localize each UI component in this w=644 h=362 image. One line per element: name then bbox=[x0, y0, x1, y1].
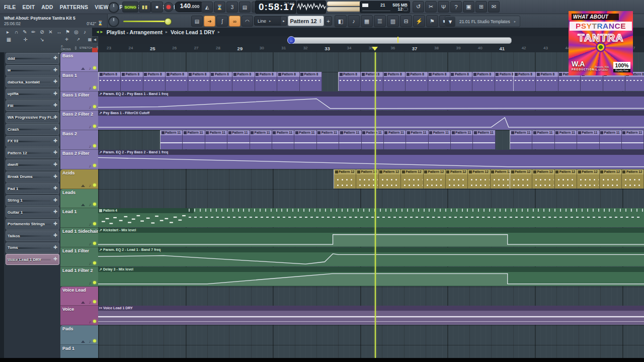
move-handle-icon[interactable]: ✛ bbox=[53, 103, 57, 108]
pattern-clip[interactable]: Pattern 11 bbox=[272, 130, 294, 149]
track-header-bass-2-filter[interactable]: Bass 2 Filter♪ bbox=[60, 150, 98, 169]
piano-roll-icon[interactable]: ♪ bbox=[348, 15, 360, 27]
play-pause-button[interactable]: ▮▮ bbox=[139, 2, 151, 13]
pattern-clip[interactable]: Pattern 8 bbox=[339, 72, 361, 91]
pattern-selector[interactable]: Pattern 12 ▲▼ bbox=[288, 16, 324, 26]
pattern-clip[interactable]: Pattern 12 bbox=[446, 169, 468, 189]
slide-view-icon[interactable]: ↘ bbox=[39, 37, 45, 42]
pattern-clip[interactable]: Pattern 8 bbox=[472, 72, 495, 91]
pattern-clip[interactable]: Pattern 11 bbox=[227, 130, 250, 149]
collapse-triangle-icon[interactable] bbox=[81, 340, 85, 343]
playhead-triangle-icon[interactable] bbox=[372, 47, 378, 51]
pattern-clip[interactable]: Pattern 11 bbox=[294, 130, 316, 149]
track-enable-led[interactable] bbox=[93, 125, 96, 128]
track-lane-bass-1-filter[interactable]: Param. EQ 2 - Psy Bass 1 - Band 1 freq bbox=[98, 92, 644, 112]
slip-tool-icon[interactable]: ↔ bbox=[56, 29, 62, 35]
slide-tool-icon[interactable]: ʃ bbox=[216, 16, 228, 27]
tempo-display[interactable]: 140.000 bbox=[175, 2, 205, 12]
cut-icon[interactable]: ✂ bbox=[425, 1, 437, 13]
track-header-pad-1[interactable]: Pad 1♪ bbox=[60, 345, 98, 358]
pattern-clip[interactable]: Pattern 12 bbox=[468, 169, 490, 189]
menu-view[interactable]: VIEW bbox=[95, 4, 109, 10]
pattern-clip-run[interactable]: Pattern 8Pattern 8Pattern 8Pattern 8Patt… bbox=[98, 72, 322, 91]
pattern-clip[interactable]: Pattern 11 bbox=[362, 130, 384, 149]
move-handle-icon[interactable]: ✛ bbox=[53, 209, 57, 214]
pattern-clip[interactable]: Pattern 8 bbox=[361, 72, 383, 91]
collapse-triangle-icon[interactable] bbox=[81, 301, 85, 304]
pattern-clip[interactable]: Pattern 8 bbox=[121, 72, 143, 91]
pattern-clip[interactable]: Pattern 12 bbox=[334, 169, 356, 189]
pattern-clip[interactable]: Pattern 8 bbox=[536, 72, 558, 91]
pattern-clip[interactable]: Pattern 8 bbox=[166, 72, 188, 91]
track-enable-led[interactable] bbox=[93, 203, 96, 206]
slip-clips-icon[interactable]: ↗ bbox=[75, 37, 81, 42]
track-enable-led[interactable] bbox=[93, 66, 96, 69]
pattern-clip[interactable]: Pattern 11 bbox=[577, 130, 599, 149]
track-header-bass-2[interactable]: Bass 2♪ bbox=[60, 130, 98, 150]
audio-preview-icon[interactable]: ◄► bbox=[96, 30, 104, 34]
track-header-voice[interactable]: Voice♪ bbox=[60, 306, 98, 325]
pattern-clip[interactable]: Pattern 8 bbox=[450, 72, 472, 91]
pattern-clip[interactable]: Pattern 8 bbox=[428, 72, 450, 91]
move-handle-icon[interactable]: ✛ bbox=[53, 174, 57, 179]
track-lane-bass-1[interactable]: Pattern 8Pattern 8Pattern 8Pattern 8Patt… bbox=[98, 72, 644, 92]
move-clips-icon[interactable]: ✛ bbox=[64, 37, 69, 42]
playhead-line[interactable] bbox=[375, 52, 376, 358]
track-lane-bass-2-filter-2[interactable]: Psy Bass 1 - FilterCtl Cutoff bbox=[98, 111, 644, 131]
move-handle-icon[interactable]: ✛ bbox=[53, 256, 57, 261]
pattern-clip-long[interactable]: Pattern 4 bbox=[98, 208, 644, 227]
pattern-clip[interactable]: Pattern 11 bbox=[451, 130, 473, 149]
playlist-window-icon[interactable]: ▦ bbox=[361, 15, 373, 27]
pattern-clip[interactable]: Pattern 8 bbox=[255, 72, 277, 91]
magic-hat-icon[interactable]: ◠ bbox=[242, 16, 253, 27]
move-handle-icon[interactable]: ✛ bbox=[53, 186, 57, 191]
track-header-lead-1-sidechain[interactable]: Lead 1 Sidechain♪ bbox=[60, 228, 98, 247]
snap-selector[interactable]: Line ▸ bbox=[254, 16, 284, 26]
pattern-clip[interactable]: Pattern 8 bbox=[277, 72, 299, 91]
pattern-clip[interactable]: Pattern 11 bbox=[555, 130, 577, 149]
record-button[interactable] bbox=[164, 2, 174, 12]
move-handle-icon[interactable]: ✛ bbox=[53, 79, 57, 84]
sync-icon[interactable]: ↺ bbox=[413, 1, 424, 13]
move-handle-icon[interactable]: ✛ bbox=[53, 221, 57, 226]
pattern-clip[interactable]: Pattern 11 bbox=[406, 130, 428, 149]
pattern-clip[interactable]: Pattern 11 bbox=[339, 130, 361, 149]
pattern-clip[interactable]: Pattern 8 bbox=[300, 72, 322, 91]
track-lane-lead-1-filter[interactable]: Param. EQ 2 - Lead 1 - Band 7 freq bbox=[98, 247, 644, 267]
playback-marker-icon[interactable]: ♪ bbox=[82, 29, 88, 35]
link-icon[interactable]: ∞ bbox=[229, 16, 240, 27]
snap-magnet-icon[interactable]: ∩ bbox=[14, 29, 19, 35]
zoom-tool-icon[interactable]: ◎ bbox=[73, 29, 79, 35]
horizontal-scrollbar[interactable]: ↔ bbox=[98, 36, 644, 44]
scrollbar-handle[interactable]: ↔ bbox=[287, 36, 295, 44]
track-lane-bass[interactable] bbox=[98, 52, 644, 72]
track-header-lead-1[interactable]: Lead 1♪ bbox=[60, 208, 98, 228]
help-icon[interactable]: ? bbox=[450, 1, 462, 13]
pattern-clip[interactable]: Pattern 11 bbox=[205, 130, 227, 149]
track-header-bass[interactable]: Bass♪ bbox=[60, 52, 98, 72]
move-handle-icon[interactable]: ✛ bbox=[53, 115, 57, 120]
pattern-clip[interactable]: Pattern 8 bbox=[514, 72, 536, 91]
track-lane-pads[interactable] bbox=[98, 325, 644, 345]
pattern-clip[interactable]: Pattern 11 bbox=[317, 130, 339, 149]
track-lane-lead-1-filter-2[interactable]: Delay 3 - Mix level bbox=[98, 267, 644, 287]
pattern-clip[interactable]: Pattern 12 bbox=[532, 169, 554, 189]
song-mode-button[interactable]: SONG bbox=[122, 2, 138, 13]
pattern-clip[interactable]: Pattern 12 bbox=[510, 169, 532, 189]
move-handle-icon[interactable]: ✛ bbox=[53, 150, 57, 155]
preview-tool-icon[interactable]: ▸ bbox=[5, 29, 11, 35]
picker-panel-icon[interactable]: ◧ bbox=[335, 15, 347, 27]
track-header-lead-1-filter[interactable]: Lead 1 Filter♪ bbox=[60, 247, 98, 267]
mixer-icon[interactable]: ☰ bbox=[374, 15, 386, 27]
automation-clip[interactable]: Delay 3 - Mix level bbox=[98, 267, 644, 286]
pattern-clip[interactable]: Pattern 12 bbox=[401, 169, 423, 189]
track-enable-led[interactable] bbox=[93, 261, 96, 264]
track-lane-voice[interactable]: Voice Lead 1 DRY bbox=[98, 306, 644, 326]
move-handle-icon[interactable]: ✛ bbox=[53, 126, 57, 131]
scroll-left-button[interactable]: ◀ bbox=[92, 37, 98, 43]
track-enable-led[interactable] bbox=[93, 281, 96, 284]
move-handle-icon[interactable]: ✛ bbox=[53, 233, 57, 238]
pattern-clip[interactable]: Pattern 8 bbox=[143, 72, 166, 91]
move-handle-icon[interactable]: ✛ bbox=[53, 198, 57, 203]
breadcrumb-selection[interactable]: Voice Lead 1 DRY bbox=[171, 29, 215, 35]
